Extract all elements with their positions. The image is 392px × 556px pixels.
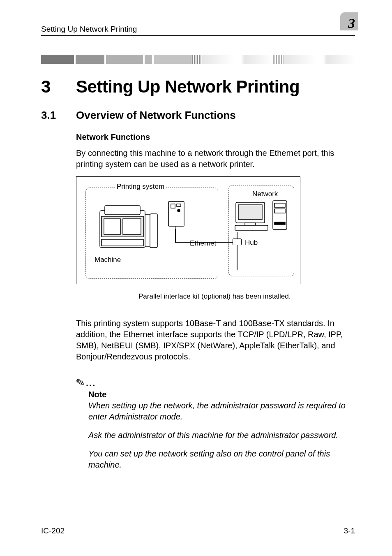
chapter-heading: 3 Setting Up Network Printing: [41, 77, 355, 97]
svg-rect-11: [177, 204, 181, 206]
svg-rect-16: [245, 223, 256, 225]
diagram-label-ethernet: Ethernet: [188, 239, 218, 248]
note-line-2: Ask the administrator of this machine fo…: [88, 430, 355, 441]
diagram-label-hub: Hub: [243, 239, 259, 247]
chapter-corner-badge: 3: [337, 16, 355, 34]
section-title: Overview of Network Functions: [76, 109, 236, 122]
subsection-heading: Network Functions: [76, 132, 355, 142]
page-footer: IC-202 3-1: [41, 522, 355, 535]
svg-rect-17: [235, 225, 268, 230]
svg-rect-4: [123, 219, 141, 234]
pencil-icon: ✎: [75, 375, 86, 390]
printer-icon: [95, 198, 162, 256]
wire-segment: [175, 229, 176, 242]
svg-rect-10: [171, 204, 175, 208]
note-dots: ...: [86, 378, 96, 388]
note-line-3: You can set up the network setting also …: [88, 448, 355, 470]
wire-segment: [237, 232, 238, 239]
controller-icon: [167, 200, 186, 229]
intro-paragraph: By connecting this machine to a network …: [76, 148, 355, 170]
diagram-label-machine: Machine: [93, 256, 122, 264]
body-column: Network Functions By connecting this mac…: [76, 132, 355, 470]
footer-page-number: 3-1: [344, 526, 355, 535]
wire-segment: [237, 245, 238, 270]
running-header-title: Setting Up Network Printing: [41, 25, 137, 34]
section-number: 3.1: [41, 109, 76, 122]
computer-icon: [233, 200, 289, 232]
footer-model: IC-202: [41, 526, 65, 535]
hub-icon: [233, 239, 242, 245]
chapter-corner-number: 3: [340, 16, 355, 31]
svg-rect-5: [101, 239, 143, 246]
svg-point-12: [178, 209, 180, 212]
diagram-label-network: Network: [251, 190, 279, 198]
note-heading: Note: [88, 390, 355, 399]
note-line-1: When setting up the network, the adminis…: [88, 400, 355, 422]
network-diagram: Printing system Network Ethernet Hub Mac…: [76, 176, 300, 284]
note-block: ✎... Note When setting up the network, t…: [76, 376, 355, 470]
running-header: Setting Up Network Printing 3: [41, 16, 355, 36]
decorative-bar: [41, 55, 355, 64]
svg-rect-19: [274, 203, 285, 207]
chapter-title: Setting Up Network Printing: [76, 77, 300, 97]
diagram-label-printing-system: Printing system: [115, 183, 166, 191]
chapter-number: 3: [41, 77, 76, 97]
svg-rect-20: [274, 209, 285, 213]
svg-rect-21: [274, 222, 285, 225]
page: Setting Up Network Printing 3 3 Setting …: [0, 0, 392, 556]
section-heading: 3.1 Overview of Network Functions: [41, 109, 355, 122]
wire-segment: [175, 242, 233, 243]
svg-rect-3: [104, 219, 120, 234]
svg-rect-1: [105, 206, 140, 215]
diagram-caption: Parallel interface kit (optional) has be…: [138, 292, 355, 301]
protocols-paragraph: This printing system supports 10Base-T a…: [76, 318, 355, 362]
svg-rect-8: [150, 214, 157, 248]
svg-rect-15: [238, 205, 262, 220]
